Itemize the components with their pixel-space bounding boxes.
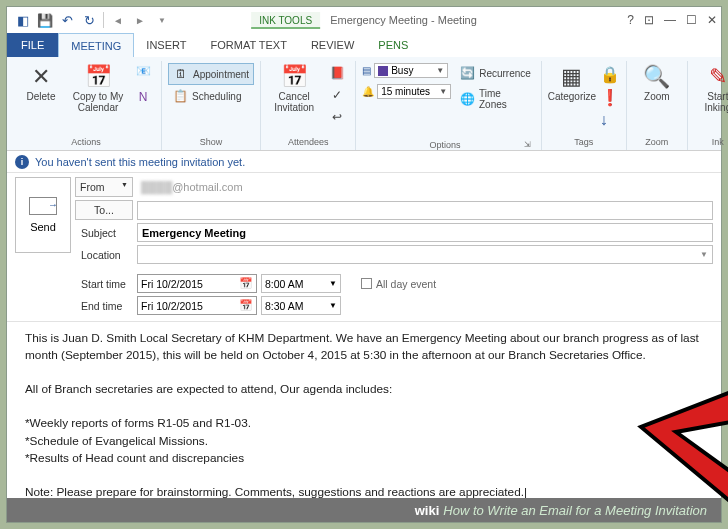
tab-insert[interactable]: INSERT bbox=[134, 33, 198, 57]
caption-bar: wiki How to Write an Email for a Meeting… bbox=[7, 498, 721, 522]
from-value: ████@hotmail.com bbox=[137, 178, 713, 197]
tab-file[interactable]: FILE bbox=[7, 33, 58, 57]
end-time-label: End time bbox=[75, 300, 133, 312]
onenote-icon: N bbox=[135, 89, 151, 105]
qat-dropdown-icon[interactable]: ▼ bbox=[152, 10, 172, 30]
checknames-icon: ✓ bbox=[329, 87, 345, 103]
cancel-invitation-button[interactable]: 📅Cancel Invitation bbox=[267, 61, 321, 113]
response-options-button[interactable]: ↩ bbox=[325, 107, 349, 127]
to-button[interactable]: To... bbox=[75, 200, 133, 220]
group-zoom-label: Zoom bbox=[645, 135, 668, 150]
close-icon[interactable]: ✕ bbox=[707, 13, 717, 27]
tab-review[interactable]: REVIEW bbox=[299, 33, 366, 57]
location-input[interactable]: ▼ bbox=[137, 245, 713, 264]
group-ink-label: Ink bbox=[712, 135, 724, 150]
scheduling-icon: 📋 bbox=[172, 88, 188, 104]
importance-high-icon[interactable]: ❗ bbox=[600, 88, 620, 107]
delete-icon: ✕ bbox=[25, 63, 57, 91]
save-icon[interactable]: 💾 bbox=[35, 10, 55, 30]
end-time-input[interactable]: 8:30 AM▼ bbox=[261, 296, 341, 315]
group-show: 🗓Appointment 📋Scheduling Show bbox=[162, 61, 261, 150]
maximize-icon[interactable]: ☐ bbox=[686, 13, 697, 27]
qat-divider bbox=[103, 12, 104, 28]
appointment-button[interactable]: 🗓Appointment bbox=[168, 63, 254, 85]
cancel-icon: 📅 bbox=[278, 63, 310, 91]
showas-combo[interactable]: Busy▼ bbox=[374, 63, 448, 78]
reminder-combo[interactable]: 15 minutes▼ bbox=[377, 84, 451, 99]
window-title: Emergency Meeting - Meeting bbox=[330, 14, 477, 26]
minimize-icon[interactable]: — bbox=[664, 13, 676, 27]
redo-icon[interactable]: ↻ bbox=[79, 10, 99, 30]
tab-format-text[interactable]: FORMAT TEXT bbox=[199, 33, 299, 57]
group-show-label: Show bbox=[200, 135, 223, 150]
ink-icon: ✎ bbox=[702, 63, 728, 91]
showas-icon: ▤ bbox=[362, 65, 371, 76]
send-button[interactable]: Send bbox=[15, 177, 71, 253]
calendar-picker-icon[interactable]: 📅 bbox=[239, 277, 253, 290]
allday-checkbox[interactable] bbox=[361, 278, 372, 289]
subject-input[interactable]: Emergency Meeting bbox=[137, 223, 713, 242]
location-label: Location bbox=[75, 249, 133, 261]
ribbon: ✕Delete 📅Copy to My Calendar 📧 N Actions… bbox=[7, 57, 721, 151]
ribbon-options-icon[interactable]: ⊡ bbox=[644, 13, 654, 27]
caption-text: How to Write an Email for a Meeting Invi… bbox=[443, 503, 707, 518]
group-attendees-label: Attendees bbox=[288, 135, 329, 150]
calendar-icon: 📅 bbox=[82, 63, 114, 91]
inktools-tab-label[interactable]: INK TOOLS bbox=[251, 12, 320, 29]
zoom-button[interactable]: 🔍Zoom bbox=[633, 61, 681, 102]
group-ink: ✎Start Inking Ink bbox=[688, 61, 728, 150]
subject-label: Subject bbox=[75, 227, 133, 239]
timezones-button[interactable]: 🌐Time Zones bbox=[455, 86, 535, 112]
copy-calendar-button[interactable]: 📅Copy to My Calendar bbox=[69, 61, 127, 113]
meeting-form: Send From▼ ████@hotmail.com To... Subjec… bbox=[7, 173, 721, 322]
help-icon[interactable]: ? bbox=[627, 13, 634, 27]
addressbook-icon: 📕 bbox=[329, 65, 345, 81]
from-button[interactable]: From▼ bbox=[75, 177, 133, 197]
appointment-icon: 🗓 bbox=[173, 66, 189, 82]
titlebar: ◧ 💾 ↶ ↻ ◄ ► ▼ INK TOOLS Emergency Meetin… bbox=[7, 7, 721, 33]
reminder-icon: 🔔 bbox=[362, 86, 374, 97]
group-tags: ▦Categorize 🔒 ❗ ↓ Tags bbox=[542, 61, 627, 150]
group-actions: ✕Delete 📅Copy to My Calendar 📧 N Actions bbox=[11, 61, 162, 150]
undo-icon[interactable]: ↶ bbox=[57, 10, 77, 30]
tab-pens[interactable]: PENS bbox=[366, 33, 420, 57]
group-tags-label: Tags bbox=[574, 135, 593, 150]
start-time-label: Start time bbox=[75, 278, 133, 290]
globe-icon: 🌐 bbox=[459, 91, 475, 107]
group-attendees: 📅Cancel Invitation 📕 ✓ ↩ Attendees bbox=[261, 61, 356, 150]
calendar-picker-icon[interactable]: 📅 bbox=[239, 299, 253, 312]
info-message: You haven't sent this meeting invitation… bbox=[35, 156, 245, 168]
start-inking-button[interactable]: ✎Start Inking bbox=[694, 61, 728, 113]
group-options: ▤ Busy▼ 🔔 15 minutes▼ 🔄Recurrence 🌐Time … bbox=[356, 61, 542, 150]
ribbon-tabs: FILE MEETING INSERT FORMAT TEXT REVIEW P… bbox=[7, 33, 721, 57]
group-actions-label: Actions bbox=[71, 135, 101, 150]
address-book-button[interactable]: 📕 bbox=[325, 63, 349, 83]
to-input[interactable] bbox=[137, 201, 713, 220]
prev-icon[interactable]: ◄ bbox=[108, 10, 128, 30]
start-date-input[interactable]: Fri 10/2/2015📅 bbox=[137, 274, 257, 293]
send-icon bbox=[29, 197, 57, 215]
onenote-button[interactable]: N bbox=[131, 87, 155, 107]
check-names-button[interactable]: ✓ bbox=[325, 85, 349, 105]
allday-label: All day event bbox=[376, 278, 436, 290]
importance-low-icon[interactable]: ↓ bbox=[600, 111, 620, 129]
tab-meeting[interactable]: MEETING bbox=[58, 33, 134, 57]
meeting-body[interactable]: This is Juan D. Smith Local Secretary of… bbox=[7, 322, 721, 522]
private-icon[interactable]: 🔒 bbox=[600, 65, 620, 84]
delete-button[interactable]: ✕Delete bbox=[17, 61, 65, 102]
forward-icon: 📧 bbox=[135, 63, 151, 79]
scheduling-button[interactable]: 📋Scheduling bbox=[168, 86, 254, 106]
quick-access-toolbar: ◧ 💾 ↶ ↻ ◄ ► ▼ bbox=[7, 10, 172, 30]
categorize-icon: ▦ bbox=[556, 63, 588, 91]
group-zoom: 🔍Zoom Zoom bbox=[627, 61, 688, 150]
forward-button[interactable]: 📧 bbox=[131, 61, 155, 81]
recurrence-icon: 🔄 bbox=[459, 65, 475, 81]
next-icon[interactable]: ► bbox=[130, 10, 150, 30]
categorize-button[interactable]: ▦Categorize bbox=[548, 61, 596, 102]
end-date-input[interactable]: Fri 10/2/2015📅 bbox=[137, 296, 257, 315]
recurrence-button[interactable]: 🔄Recurrence bbox=[455, 63, 535, 83]
response-icon: ↩ bbox=[329, 109, 345, 125]
start-time-input[interactable]: 8:00 AM▼ bbox=[261, 274, 341, 293]
outlook-meeting-window: ◧ 💾 ↶ ↻ ◄ ► ▼ INK TOOLS Emergency Meetin… bbox=[6, 6, 722, 523]
info-icon: i bbox=[15, 155, 29, 169]
